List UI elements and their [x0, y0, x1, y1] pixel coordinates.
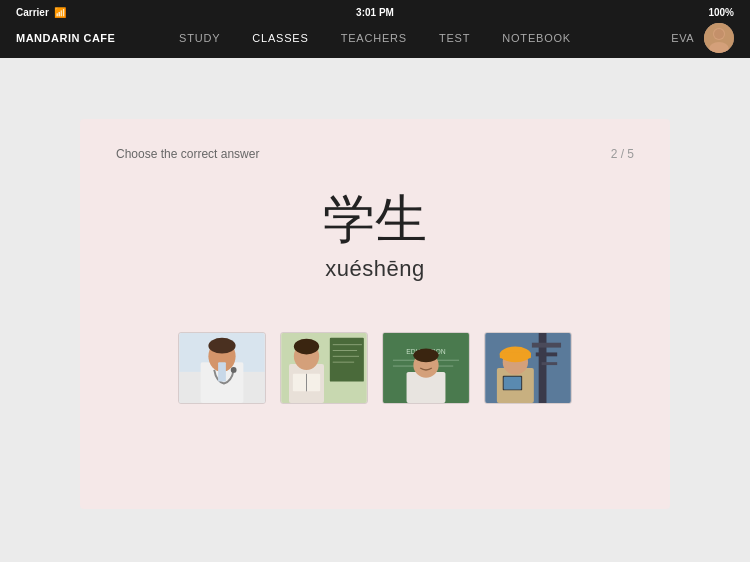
svg-point-3	[714, 29, 724, 39]
avatar-image	[704, 23, 734, 53]
brand-logo: MANDARIN CAFE	[16, 32, 115, 44]
nav-teachers[interactable]: TEACHERS	[341, 28, 407, 48]
svg-point-9	[231, 367, 237, 373]
pinyin-text: xuéshēng	[325, 256, 424, 282]
choice-doctor[interactable]	[178, 332, 266, 404]
svg-rect-38	[500, 353, 531, 359]
quiz-card: Choose the correct answer 2 / 5 学生 xuésh…	[80, 119, 670, 509]
battery-display: 100%	[708, 7, 734, 18]
nav-study[interactable]: STUDY	[179, 28, 220, 48]
svg-rect-33	[536, 353, 557, 357]
navbar-right: EVA	[671, 23, 734, 53]
card-body: 学生 xuéshēng	[116, 191, 634, 481]
svg-rect-40	[504, 377, 522, 390]
top-bar: Carrier 📶 3:01 PM 100% MANDARIN CAFE STU…	[0, 0, 750, 58]
time-display: 3:01 PM	[356, 7, 394, 18]
svg-rect-32	[532, 343, 561, 348]
carrier-text: Carrier	[16, 7, 49, 18]
choice-worker[interactable]	[484, 332, 572, 404]
svg-point-8	[208, 338, 235, 354]
carrier-label: Carrier 📶	[16, 7, 66, 18]
choice-woman[interactable]	[280, 332, 368, 404]
svg-rect-10	[218, 362, 226, 381]
svg-point-29	[413, 349, 438, 363]
main-nav: STUDY CLASSES TEACHERS TEST NOTEBOOK	[179, 28, 571, 48]
nav-classes[interactable]: CLASSES	[252, 28, 308, 48]
choice-teacher[interactable]: EDUCATION	[382, 332, 470, 404]
instruction-text: Choose the correct answer	[116, 147, 259, 161]
avatar[interactable]	[704, 23, 734, 53]
username-label: EVA	[671, 32, 694, 44]
nav-notebook[interactable]: NOTEBOOK	[502, 28, 571, 48]
status-bar: Carrier 📶 3:01 PM 100%	[0, 0, 750, 18]
wifi-icon: 📶	[54, 7, 66, 18]
svg-rect-34	[542, 362, 558, 365]
image-choices: EDUCATION	[178, 332, 572, 404]
nav-test[interactable]: TEST	[439, 28, 470, 48]
progress-indicator: 2 / 5	[611, 147, 634, 161]
svg-point-19	[294, 339, 319, 355]
navbar: MANDARIN CAFE STUDY CLASSES TEACHERS TES…	[0, 18, 750, 58]
card-header: Choose the correct answer 2 / 5	[116, 147, 634, 161]
chinese-characters: 学生	[323, 191, 427, 248]
main-content: Choose the correct answer 2 / 5 学生 xuésh…	[0, 58, 750, 562]
